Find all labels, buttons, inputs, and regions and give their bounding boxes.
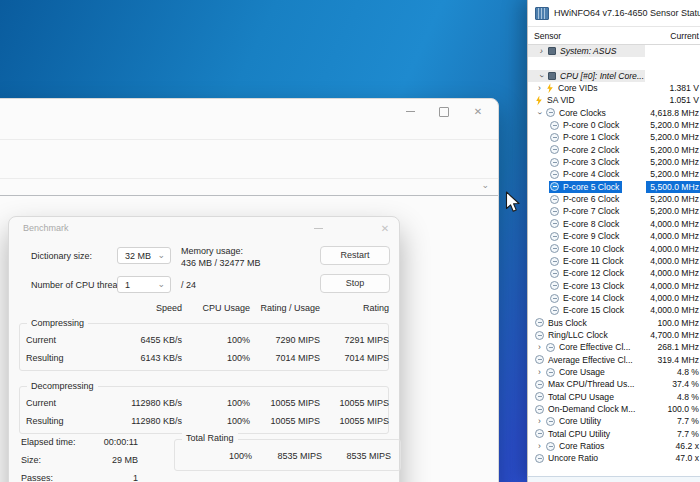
row-value: 7014 MIPS: [250, 349, 320, 367]
benchmark-table-row: Resulting6143 KB/s100%7014 MIPS7014 MIPS: [26, 349, 383, 367]
sensor-row[interactable]: E-core 10 Clock4,000.0 MHz: [528, 243, 700, 255]
clock-icon: [535, 318, 544, 327]
sensor-row[interactable]: Total CPU Usage4.8 %: [528, 391, 700, 403]
restart-button[interactable]: Restart: [320, 246, 390, 265]
sensor-value: 5,200.0 MHz: [645, 156, 700, 168]
sensor-row[interactable]: E-core 11 Clock4,000.0 MHz: [528, 255, 700, 267]
sensor-value: 4,000.0 MHz: [645, 230, 700, 242]
stop-button[interactable]: Stop: [320, 274, 390, 293]
clock-icon: [550, 158, 559, 167]
sensor-row[interactable]: E-core 13 Clock4,000.0 MHz: [528, 280, 700, 292]
chip-icon: [548, 47, 556, 55]
sensor-row[interactable]: Total CPU Utility7.7 %: [528, 428, 700, 440]
chevron-collapsed-icon[interactable]: ›: [534, 82, 545, 94]
sensor-label: Core Utility: [559, 415, 601, 427]
chevron-expanded-icon[interactable]: ›: [533, 107, 545, 118]
sensor-row[interactable]: P-core 5 Clock5,500.0 MHz: [528, 181, 700, 193]
sensor-row[interactable]: ›Core VIDs1.381 V: [528, 82, 700, 94]
sensor-label: E-core 10 Clock: [563, 243, 624, 255]
minimize-button[interactable]: [395, 103, 425, 120]
cpu-threads-select[interactable]: 1: [117, 276, 171, 293]
chevron-collapsed-icon[interactable]: ›: [534, 415, 545, 427]
sensor-row[interactable]: Average Effective Cl...319.4 MHz: [528, 354, 700, 366]
sensor-row[interactable]: E-core 8 Clock4,000.0 MHz: [528, 218, 700, 230]
column-current[interactable]: Current: [645, 31, 700, 41]
sensor-label: Core VIDs: [558, 82, 598, 94]
sensor-row[interactable]: E-core 15 Clock4,000.0 MHz: [528, 304, 700, 316]
sensor-row[interactable]: P-core 2 Clock5,200.0 MHz: [528, 144, 700, 156]
sensor-value: 4,000.0 MHz: [645, 243, 700, 255]
sensor-value: 4,000.0 MHz: [645, 267, 700, 279]
chevron-collapsed-icon[interactable]: ›: [536, 45, 547, 57]
passes-label: Passes:: [21, 469, 93, 482]
groupbox-label: Decompressing: [27, 381, 98, 391]
column-sensor[interactable]: Sensor: [528, 31, 645, 41]
chevron-collapsed-icon[interactable]: ›: [534, 341, 545, 353]
sensor-row[interactable]: P-core 4 Clock5,200.0 MHz: [528, 168, 700, 180]
sensor-row[interactable]: P-core 3 Clock5,200.0 MHz: [528, 156, 700, 168]
sensor-column-header: Sensor Current: [528, 27, 700, 45]
sensor-row[interactable]: ›Core Effective Cl...268.1 MHz: [528, 341, 700, 353]
row-value: 6455 KB/s: [121, 331, 182, 349]
sensor-label: E-core 8 Clock: [563, 218, 619, 230]
gauge-icon: [546, 417, 555, 426]
row-value: 112980 KB/s: [121, 412, 182, 430]
row-value: 100%: [182, 331, 250, 349]
chevron-collapsed-icon[interactable]: ›: [534, 366, 545, 378]
sensor-row[interactable]: ›Core Usage4.8 %: [528, 366, 700, 378]
dialog-close-button[interactable]: ✕: [365, 217, 405, 239]
sensor-row[interactable]: P-core 7 Clock5,200.0 MHz: [528, 205, 700, 217]
total-cpu-usage-value: 100%: [181, 449, 252, 463]
benchmark-table-row: Current6455 KB/s100%7290 MIPS7291 MIPS: [26, 331, 383, 349]
sensor-list: ›System: ASUS›CPU [#0]: Intel Core...›Co…: [528, 45, 700, 465]
clock-icon: [550, 244, 559, 253]
row-value: 6143 KB/s: [121, 349, 182, 367]
sensor-row[interactable]: P-core 1 Clock5,200.0 MHz: [528, 131, 700, 143]
benchmark-table: Speed CPU Usage Rating / Usage Rating Co…: [17, 301, 391, 434]
size-label: Size:: [21, 451, 93, 469]
sensor-label: CPU [#0]: Intel Core...: [560, 70, 644, 82]
sensor-row[interactable]: Bus Clock100.0 MHz: [528, 317, 700, 329]
sensor-row[interactable]: E-core 9 Clock4,000.0 MHz: [528, 230, 700, 242]
gauge-icon: [535, 380, 544, 389]
chevron-expanded-icon[interactable]: ›: [535, 70, 547, 81]
sensor-value: 5,200.0 MHz: [645, 205, 700, 217]
sensor-row[interactable]: ›Core Clocks4,618.8 MHz: [528, 107, 700, 119]
sensor-row[interactable]: SA VID1.051 V: [528, 94, 700, 106]
dictionary-size-select[interactable]: 32 MB: [117, 247, 171, 264]
row-value: 112980 KB/s: [121, 394, 182, 412]
sensor-label: E-core 14 Clock: [563, 292, 624, 304]
hwinfo-app-icon: [535, 7, 549, 20]
sensor-row[interactable]: Uncore Ratio47.0 x: [528, 452, 700, 464]
address-bar[interactable]: ⌄: [0, 179, 498, 194]
sensor-row[interactable]: E-core 14 Clock4,000.0 MHz: [528, 292, 700, 304]
sensor-value: 5,500.0 MHz: [645, 181, 700, 193]
sensor-label: Core Ratios: [559, 440, 604, 452]
sensor-row[interactable]: ›CPU [#0]: Intel Core...: [528, 70, 700, 82]
sensor-row[interactable]: ›Core Utility7.7 %: [528, 415, 700, 427]
toolbar-divider: [0, 139, 498, 140]
clock-icon: [546, 108, 555, 117]
hwinfo-statusbar: [528, 476, 700, 482]
sensor-label: Bus Clock: [548, 317, 587, 329]
sensor-value: 46.2 x: [645, 440, 700, 452]
sensor-row[interactable]: P-core 6 Clock5,200.0 MHz: [528, 193, 700, 205]
benchmark-table-header: Speed CPU Usage Rating / Usage Rating: [17, 301, 391, 315]
maximize-button[interactable]: [429, 103, 459, 120]
close-button[interactable]: ✕: [463, 103, 493, 120]
sensor-row[interactable]: ›System: ASUS: [528, 45, 700, 57]
sensor-row[interactable]: Ring/LLC Clock4,700.0 MHz: [528, 329, 700, 341]
dialog-minimize-button[interactable]: [297, 217, 339, 239]
gauge-icon: [535, 429, 544, 438]
sensor-row[interactable]: P-core 0 Clock5,200.0 MHz: [528, 119, 700, 131]
sensor-row[interactable]: ›Core Ratios46.2 x: [528, 440, 700, 452]
sensor-row[interactable]: Max CPU/Thread Us...37.4 %: [528, 378, 700, 390]
row-value: 10055 MIPS: [250, 394, 320, 412]
clock-icon: [535, 331, 544, 340]
sensor-row[interactable]: On-Demand Clock M...100.0 %: [528, 403, 700, 415]
sensor-value: 4,618.8 MHz: [645, 107, 700, 119]
chevron-down-icon[interactable]: ⌄: [481, 180, 489, 190]
clock-icon: [550, 195, 559, 204]
chevron-collapsed-icon[interactable]: ›: [534, 440, 545, 452]
sensor-row[interactable]: E-core 12 Clock4,000.0 MHz: [528, 267, 700, 279]
